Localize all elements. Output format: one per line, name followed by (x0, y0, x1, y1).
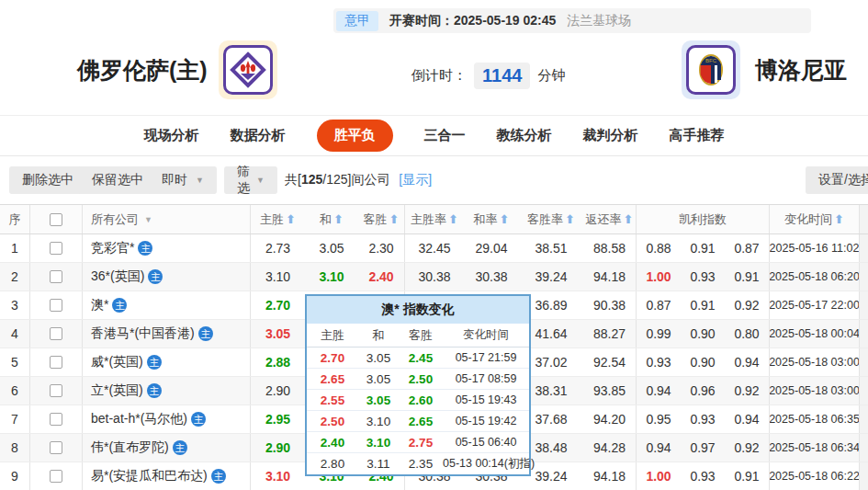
company-name[interactable]: 香港马*(中国香港) (91, 325, 195, 342)
show-link[interactable]: [显示] (399, 172, 432, 187)
kelly-cell: 0.940.960.92 (636, 377, 769, 405)
tab-win-draw-loss[interactable]: 胜平负 (317, 120, 393, 152)
header-company[interactable]: 所有公司▼ (83, 205, 250, 234)
row-checkbox-cell (30, 462, 83, 490)
kickoff-time: 开赛时间：2025-05-19 02:45 (389, 13, 556, 29)
header-home-rate[interactable]: 主胜率⬆ (404, 205, 464, 234)
odds-cell: 3.10 (250, 462, 305, 490)
next-column-sliver (859, 377, 868, 405)
tab-referee-analysis[interactable]: 裁判分析 (583, 127, 638, 144)
company-name[interactable]: 威*(英国) (91, 354, 143, 370)
row-checkbox-cell (30, 320, 83, 348)
company-name[interactable]: 澳* (91, 297, 108, 313)
tab-data-analysis[interactable]: 数据分析 (231, 127, 286, 144)
sort-asc-icon: ⬆ (389, 212, 400, 226)
header-draw-odds[interactable]: 和⬆ (305, 205, 358, 234)
kelly-value: 1.00 (637, 469, 681, 484)
header-home-odds[interactable]: 主胜⬆ (250, 205, 305, 234)
row-checkbox[interactable] (50, 327, 62, 340)
kelly-value: 0.91 (681, 241, 725, 256)
kelly-cell: 0.880.910.87 (636, 234, 769, 262)
next-column-sliver (859, 291, 868, 319)
rate-cell: 38.51 (519, 234, 583, 262)
kelly-value: 0.94 (637, 383, 681, 398)
company-name[interactable]: 36*(英国) (91, 268, 144, 285)
popup-rows: 2.703.052.4505-17 21:592.653.052.5005-17… (307, 348, 529, 474)
rate-cell: 30.38 (404, 263, 464, 291)
countdown-label: 倒计时： (411, 67, 467, 85)
popup-row: 2.703.052.4505-17 21:59 (307, 348, 529, 369)
rate-cell: 88.27 (583, 320, 636, 348)
kelly-value: 0.91 (725, 469, 769, 484)
change-time-cell: 2025-05-18 00:04 (769, 320, 859, 348)
popup-title: 澳* 指数变化 (307, 296, 529, 324)
header-away-rate[interactable]: 客胜率⬆ (519, 205, 583, 234)
popup-time-cell: 05-17 21:59 (443, 351, 529, 364)
venue: 法兰基球场 (567, 13, 631, 29)
away-team-name: 博洛尼亚 (755, 55, 847, 85)
rate-cell: 39.24 (519, 263, 583, 291)
kelly-value: 0.99 (637, 326, 681, 341)
kelly-value: 0.87 (637, 298, 681, 313)
row-index: 2 (0, 263, 30, 291)
sort-asc-icon: ⬆ (286, 212, 296, 226)
popup-header-cell: 和 (358, 327, 399, 344)
header-away-odds[interactable]: 客胜⬆ (358, 205, 404, 234)
settings-button[interactable]: 设置/选择 (806, 166, 868, 194)
popup-odds-cell: 2.35 (399, 457, 443, 471)
odds-time-dropdown[interactable]: 即时▼ (149, 166, 217, 194)
company-cell: 立*(英国)主 (83, 377, 250, 405)
row-checkbox[interactable] (50, 470, 62, 483)
delete-selected-button[interactable]: 删除选中 (9, 166, 86, 194)
header-return-rate[interactable]: 返还率⬆ (583, 205, 636, 234)
table-row[interactable]: 236*(英国)主3.103.102.4030.3830.3839.2494.1… (0, 263, 868, 291)
change-time-cell: 2025-05-18 06:34 (769, 434, 859, 462)
kelly-value: 0.90 (681, 326, 725, 341)
odds-change-popup: 澳* 指数变化 主胜和客胜变化时间 2.703.052.4505-17 21:5… (305, 294, 531, 476)
odds-cell: 3.05 (305, 234, 358, 262)
popup-odds-cell: 3.05 (358, 372, 399, 386)
sort-asc-icon: ⬆ (834, 212, 844, 226)
main-market-badge-icon: 主 (148, 269, 163, 284)
row-index: 4 (0, 320, 30, 348)
header-change-time[interactable]: 变化时间⬆ (769, 205, 859, 234)
row-index: 1 (0, 234, 30, 262)
change-time-cell: 2025-05-17 22:00 (769, 291, 859, 319)
keep-selected-button[interactable]: 保留选中 (79, 166, 156, 194)
company-name[interactable]: 伟*(直布罗陀) (91, 439, 169, 456)
odds-cell: 2.95 (250, 405, 305, 433)
kelly-cell: 0.870.910.92 (636, 291, 769, 319)
company-cell: 香港马*(中国香港)主 (83, 320, 250, 348)
filter-caret-icon: ▼ (144, 215, 152, 224)
rate-cell: 29.04 (464, 234, 519, 262)
popup-odds-cell: 2.70 (307, 351, 358, 365)
rate-cell: 93.85 (583, 377, 636, 405)
tab-coach-analysis[interactable]: 教练分析 (497, 127, 552, 144)
header-draw-rate[interactable]: 和率⬆ (464, 205, 519, 234)
row-checkbox[interactable] (50, 413, 62, 426)
tab-expert-picks[interactable]: 高手推荐 (670, 127, 725, 144)
table-row[interactable]: 1竞彩官*主2.733.052.3032.4529.0438.5188.580.… (0, 234, 868, 263)
company-name[interactable]: 易*(安提瓜和巴布达) (91, 468, 208, 484)
row-checkbox[interactable] (50, 242, 62, 255)
row-checkbox[interactable] (50, 270, 62, 283)
select-all-checkbox[interactable] (50, 213, 62, 226)
company-name[interactable]: bet-at-h*(马尔他) (91, 411, 187, 427)
popup-odds-cell: 3.05 (358, 393, 399, 407)
analysis-tab-bar: 现场分析数据分析胜平负三合一教练分析裁判分析高手推荐 (0, 115, 868, 156)
row-checkbox[interactable] (50, 299, 62, 312)
tab-live-analysis[interactable]: 现场分析 (144, 127, 199, 144)
row-checkbox[interactable] (50, 356, 62, 369)
main-market-badge-icon: 主 (198, 326, 213, 341)
row-checkbox[interactable] (50, 384, 62, 397)
filter-dropdown[interactable]: 筛选▼ (224, 166, 277, 194)
row-checkbox[interactable] (50, 441, 62, 454)
popup-header-cell: 变化时间 (443, 327, 529, 343)
tab-three-in-one[interactable]: 三合一 (424, 127, 466, 144)
main-market-badge-icon: 主 (211, 469, 226, 484)
company-name[interactable]: 竞彩官* (91, 240, 134, 256)
odds-cell: 2.70 (250, 291, 305, 319)
row-index: 9 (0, 462, 30, 490)
main-market-badge-icon: 主 (138, 241, 152, 256)
company-name[interactable]: 立*(英国) (91, 382, 143, 399)
